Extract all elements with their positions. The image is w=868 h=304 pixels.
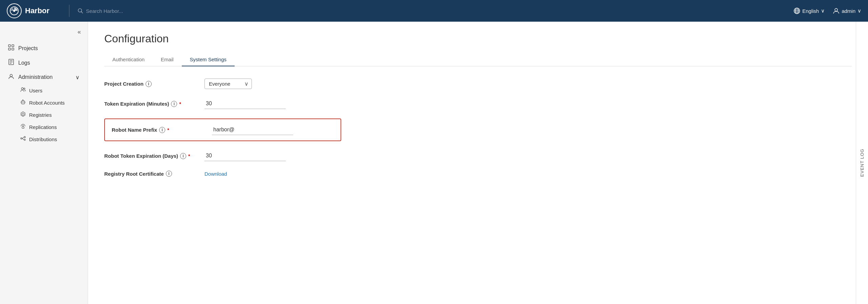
svg-line-34 bbox=[22, 138, 24, 140]
svg-point-29 bbox=[22, 126, 24, 127]
administration-icon bbox=[8, 73, 14, 81]
sidebar-item-registries[interactable]: Registries bbox=[0, 109, 88, 121]
search-input[interactable] bbox=[86, 8, 247, 14]
search-container bbox=[78, 8, 247, 14]
sidebar-item-projects[interactable]: Projects bbox=[0, 41, 88, 56]
sidebar-projects-label: Projects bbox=[18, 45, 38, 51]
sidebar-item-robot-accounts[interactable]: Robot Accounts bbox=[0, 96, 88, 109]
svg-rect-11 bbox=[12, 45, 14, 47]
token-expiration-input[interactable] bbox=[204, 99, 286, 109]
users-label: Users bbox=[29, 88, 42, 93]
robot-name-prefix-row: Robot Name Prefix i * bbox=[104, 118, 341, 141]
language-label: English bbox=[802, 8, 819, 14]
sidebar-collapse-area: « bbox=[0, 26, 88, 41]
administration-label: Administration bbox=[18, 74, 52, 80]
search-icon bbox=[78, 8, 83, 14]
main-layout: « Projects Log bbox=[0, 22, 868, 304]
robot-name-prefix-label: Robot Name Prefix i * bbox=[112, 127, 207, 133]
robot-token-expiration-info-icon[interactable]: i bbox=[180, 153, 186, 159]
svg-rect-22 bbox=[22, 102, 23, 103]
registry-root-certificate-row: Registry Root Certificate i Download bbox=[104, 171, 341, 177]
project-creation-select-wrapper: Everyone Admin Only ∨ bbox=[204, 79, 252, 89]
tab-system-settings[interactable]: System Settings bbox=[182, 53, 235, 66]
sidebar-collapse-button[interactable]: « bbox=[76, 27, 82, 37]
robot-token-expiration-row: Robot Token Expiration (Days) i * bbox=[104, 151, 341, 161]
token-expiration-required: * bbox=[179, 101, 181, 107]
sidebar-item-users[interactable]: Users bbox=[0, 84, 88, 96]
registries-icon bbox=[20, 111, 26, 118]
language-chevron: ∨ bbox=[821, 8, 825, 14]
robot-accounts-icon bbox=[20, 99, 26, 106]
app-logo[interactable]: Harbor bbox=[7, 3, 61, 18]
robot-name-prefix-required: * bbox=[167, 127, 169, 133]
svg-rect-23 bbox=[23, 102, 24, 103]
token-expiration-row: Token Expiration (Minutes) i * bbox=[104, 99, 341, 109]
project-creation-info-icon[interactable]: i bbox=[146, 81, 152, 87]
sidebar-item-replications[interactable]: Replications bbox=[0, 121, 88, 133]
robot-accounts-label: Robot Accounts bbox=[29, 100, 65, 106]
registry-certificate-download-link[interactable]: Download bbox=[204, 171, 227, 177]
logs-icon bbox=[8, 59, 14, 67]
svg-point-20 bbox=[24, 88, 25, 89]
nav-divider bbox=[69, 5, 69, 17]
replications-label: Replications bbox=[29, 124, 57, 130]
svg-point-1 bbox=[13, 10, 15, 12]
sidebar: « Projects Log bbox=[0, 22, 88, 304]
sidebar-logs-label: Logs bbox=[18, 60, 30, 66]
globe-icon bbox=[794, 7, 800, 14]
svg-point-31 bbox=[24, 136, 25, 138]
topnav-right: English ∨ admin ∨ bbox=[794, 7, 861, 14]
users-icon bbox=[20, 87, 26, 94]
token-expiration-info-icon[interactable]: i bbox=[171, 101, 177, 107]
robot-token-expiration-required: * bbox=[188, 153, 190, 159]
main-content: Configuration Authentication Email Syste… bbox=[88, 22, 868, 304]
robot-name-prefix-info-icon[interactable]: i bbox=[159, 127, 165, 133]
svg-line-3 bbox=[81, 12, 83, 13]
project-creation-select[interactable]: Everyone Admin Only bbox=[204, 79, 252, 89]
svg-point-30 bbox=[21, 138, 22, 139]
svg-marker-27 bbox=[21, 112, 25, 116]
configuration-form: Project Creation i Everyone Admin Only ∨… bbox=[104, 79, 341, 177]
administration-left: Administration bbox=[8, 73, 52, 81]
distributions-icon bbox=[20, 136, 26, 143]
registry-root-certificate-label: Registry Root Certificate i bbox=[104, 171, 199, 177]
event-log-tab[interactable]: EVENT LOG bbox=[856, 22, 868, 304]
project-creation-row: Project Creation i Everyone Admin Only ∨ bbox=[104, 79, 341, 89]
user-menu[interactable]: admin ∨ bbox=[833, 7, 861, 14]
sidebar-item-distributions[interactable]: Distributions bbox=[0, 133, 88, 145]
svg-point-19 bbox=[21, 88, 23, 90]
svg-rect-21 bbox=[21, 101, 25, 104]
svg-point-9 bbox=[835, 8, 838, 11]
sidebar-item-logs[interactable]: Logs bbox=[0, 56, 88, 70]
configuration-tabs: Authentication Email System Settings bbox=[104, 53, 852, 66]
user-icon bbox=[833, 7, 840, 14]
projects-icon bbox=[8, 44, 14, 52]
app-name: Harbor bbox=[25, 6, 49, 15]
svg-marker-28 bbox=[22, 113, 24, 115]
robot-token-expiration-input[interactable] bbox=[204, 151, 286, 161]
tab-authentication[interactable]: Authentication bbox=[104, 53, 153, 66]
sidebar-item-administration[interactable]: Administration ∨ bbox=[0, 70, 88, 84]
robot-name-prefix-input[interactable] bbox=[212, 125, 293, 135]
project-creation-label: Project Creation i bbox=[104, 81, 199, 87]
distributions-label: Distributions bbox=[29, 136, 57, 142]
page-title: Configuration bbox=[104, 32, 852, 45]
logo-icon bbox=[7, 3, 22, 18]
svg-rect-10 bbox=[8, 45, 10, 47]
svg-rect-12 bbox=[8, 48, 10, 50]
registry-root-certificate-info-icon[interactable]: i bbox=[166, 171, 172, 177]
svg-point-24 bbox=[23, 100, 23, 100]
username-label: admin bbox=[842, 8, 855, 14]
svg-line-33 bbox=[22, 137, 24, 139]
robot-token-expiration-label: Robot Token Expiration (Days) i * bbox=[104, 153, 199, 159]
svg-point-18 bbox=[10, 74, 13, 77]
registries-label: Registries bbox=[29, 112, 52, 118]
tab-email[interactable]: Email bbox=[153, 53, 182, 66]
replications-icon bbox=[20, 124, 26, 130]
svg-point-32 bbox=[24, 139, 25, 140]
token-expiration-label: Token Expiration (Minutes) i * bbox=[104, 101, 199, 107]
language-selector[interactable]: English ∨ bbox=[794, 7, 825, 14]
event-log-label: EVENT LOG bbox=[860, 149, 865, 177]
top-navigation: Harbor English ∨ admin ∨ bbox=[0, 0, 868, 22]
administration-chevron: ∨ bbox=[75, 74, 80, 81]
